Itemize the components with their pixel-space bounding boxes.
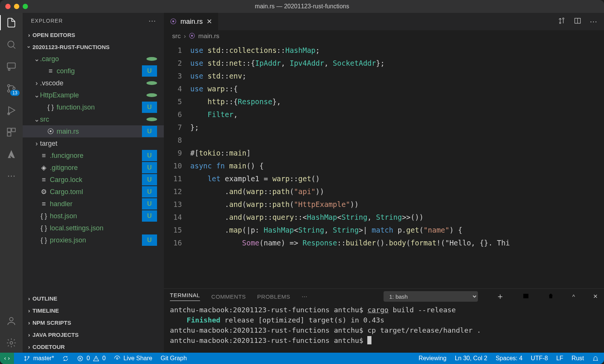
file-tree: ⌄.cargo≡configU›.vscode⌄HttpExample{ }fu… bbox=[23, 53, 164, 292]
liveshare-label: Live Share bbox=[123, 355, 153, 362]
editor-more-icon[interactable]: ⋯ bbox=[590, 17, 597, 26]
overflow-icon[interactable]: ⋯ bbox=[5, 170, 17, 182]
rust-file-icon: ⦿ bbox=[189, 32, 195, 40]
extensions-icon[interactable] bbox=[5, 126, 17, 138]
sidebar-title: EXPLORER bbox=[31, 18, 63, 24]
sidebar-more-icon[interactable]: ⋯ bbox=[148, 16, 156, 25]
tab-main-rs[interactable]: ⦿ main.rs ✕ bbox=[164, 13, 219, 30]
svg-point-27 bbox=[116, 358, 118, 359]
file-row[interactable]: { }local.settings.json bbox=[23, 222, 164, 234]
svg-point-6 bbox=[13, 87, 15, 89]
git-status-badge: U bbox=[142, 65, 157, 77]
file-row[interactable]: ≡.funcignoreU bbox=[23, 150, 164, 162]
section-outline[interactable]: ›OUTLINE bbox=[23, 292, 164, 304]
compare-changes-icon[interactable] bbox=[558, 17, 565, 26]
editor-area: ⦿ main.rs ✕ ⋯ src › ⦿ main.rs 1234567891… bbox=[164, 13, 604, 353]
section-npm[interactable]: ›NPM SCRIPTS bbox=[23, 316, 164, 329]
line-numbers: 12345678910111213141516 bbox=[164, 42, 190, 288]
problems-button[interactable]: 0 0 bbox=[77, 355, 106, 362]
panel-more-icon[interactable]: ⋯ bbox=[302, 293, 308, 300]
tree-item-label: HttpExample bbox=[40, 91, 79, 99]
source-control-icon[interactable]: 13 bbox=[5, 82, 17, 94]
settings-gear-icon[interactable] bbox=[5, 337, 17, 349]
tab-terminal[interactable]: TERMINAL bbox=[170, 292, 200, 301]
new-terminal-icon[interactable]: ＋ bbox=[496, 291, 504, 302]
split-terminal-icon[interactable] bbox=[522, 293, 529, 301]
minimize-window-icon[interactable] bbox=[14, 4, 19, 9]
folder-row[interactable]: ⌄.cargo bbox=[23, 53, 164, 65]
terminal-select[interactable]: 1: bash bbox=[384, 291, 478, 302]
titlebar: main.rs — 20201123-rust-functions bbox=[0, 0, 604, 13]
file-row[interactable]: ⚙Cargo.tomlU bbox=[23, 186, 164, 198]
language-mode-button[interactable]: Rust bbox=[572, 355, 584, 362]
file-row[interactable]: { }host.jsonU bbox=[23, 210, 164, 222]
section-timeline[interactable]: ›TIMELINE bbox=[23, 304, 164, 316]
chevron-right-icon: › bbox=[33, 79, 40, 87]
breadcrumb-src[interactable]: src bbox=[172, 32, 181, 40]
cursor-position-button[interactable]: Ln 30, Col 2 bbox=[455, 355, 487, 362]
account-icon[interactable] bbox=[5, 315, 17, 327]
reviewing-button[interactable]: Reviewing bbox=[419, 355, 447, 362]
file-row[interactable]: ⦿main.rsU bbox=[23, 125, 164, 137]
code-content[interactable]: use std::collections::HashMap; use std::… bbox=[190, 42, 604, 288]
terminal[interactable]: antchu-macbook:20201123-rust-functions a… bbox=[164, 304, 604, 353]
encoding-button[interactable]: UTF-8 bbox=[531, 355, 548, 362]
tab-close-icon[interactable]: ✕ bbox=[206, 17, 212, 26]
section-open-editors[interactable]: ›OPEN EDITORS bbox=[23, 29, 164, 41]
close-window-icon[interactable] bbox=[5, 4, 11, 9]
tree-item-label: target bbox=[40, 140, 57, 148]
status-bar: master* 0 0 Live Share Git Graph Reviewi… bbox=[0, 353, 604, 364]
section-java-label: JAVA PROJECTS bbox=[32, 332, 79, 338]
file-row[interactable]: ≡configU bbox=[23, 65, 164, 77]
remote-explorer-icon[interactable] bbox=[5, 60, 17, 72]
search-icon[interactable] bbox=[5, 39, 17, 51]
breadcrumb-file[interactable]: main.rs bbox=[198, 32, 219, 40]
notifications-icon[interactable] bbox=[592, 355, 599, 362]
git-status-badge: U bbox=[142, 150, 157, 161]
gitgraph-label: Git Graph bbox=[160, 355, 186, 362]
tab-label: main.rs bbox=[180, 18, 203, 26]
tab-comments[interactable]: COMMENTS bbox=[211, 293, 246, 300]
folder-row[interactable]: ⌄HttpExample bbox=[23, 89, 164, 101]
indentation-button[interactable]: Spaces: 4 bbox=[496, 355, 522, 362]
editor-actions: ⋯ bbox=[558, 13, 604, 30]
sync-button[interactable] bbox=[62, 355, 69, 362]
code-editor[interactable]: 12345678910111213141516 use std::collect… bbox=[164, 42, 604, 288]
section-codetour[interactable]: ›CODETOUR bbox=[23, 341, 164, 353]
tab-problems[interactable]: PROBLEMS bbox=[257, 293, 290, 300]
section-java[interactable]: ›JAVA PROJECTS bbox=[23, 329, 164, 341]
section-timeline-label: TIMELINE bbox=[32, 307, 59, 314]
run-debug-icon[interactable] bbox=[5, 104, 17, 116]
activity-bar: 13 ⋯ bbox=[0, 13, 23, 353]
eol-button[interactable]: LF bbox=[556, 355, 563, 362]
svg-point-4 bbox=[8, 85, 10, 87]
file-row[interactable]: ≡Cargo.lockU bbox=[23, 174, 164, 186]
liveshare-button[interactable]: Live Share bbox=[114, 355, 153, 362]
chevron-down-icon: ⌄ bbox=[33, 115, 40, 123]
maximize-panel-icon[interactable]: ^ bbox=[572, 293, 575, 300]
kill-terminal-icon[interactable] bbox=[547, 293, 554, 301]
git-branch-button[interactable]: master* bbox=[24, 355, 54, 362]
maximize-window-icon[interactable] bbox=[23, 4, 28, 9]
tree-item-label: .funcignore bbox=[50, 152, 83, 160]
svg-point-22 bbox=[28, 356, 29, 357]
close-panel-icon[interactable]: ✕ bbox=[593, 293, 598, 300]
breadcrumb[interactable]: src › ⦿ main.rs bbox=[164, 30, 604, 42]
panel-tabs: TERMINAL COMMENTS PROBLEMS ⋯ 1: bash ＋ ^… bbox=[164, 289, 604, 304]
folder-row[interactable]: ›target bbox=[23, 137, 164, 150]
file-row[interactable]: { }function.jsonU bbox=[23, 101, 164, 113]
explorer-icon[interactable] bbox=[5, 17, 17, 29]
split-editor-icon[interactable] bbox=[574, 17, 581, 26]
azure-icon[interactable] bbox=[5, 148, 17, 160]
folder-row[interactable]: ⌄src bbox=[23, 113, 164, 125]
file-row[interactable]: { }proxies.jsonU bbox=[23, 234, 164, 246]
git-status-badge: U bbox=[142, 162, 157, 173]
file-row[interactable]: ≡handlerU bbox=[23, 198, 164, 210]
section-outline-label: OUTLINE bbox=[32, 295, 57, 302]
file-row[interactable]: ◈.gitignoreU bbox=[23, 162, 164, 174]
gitgraph-button[interactable]: Git Graph bbox=[160, 355, 186, 362]
section-project[interactable]: ›20201123-RUST-FUNCTIONS bbox=[23, 41, 164, 53]
remote-indicator[interactable] bbox=[0, 353, 14, 364]
folder-row[interactable]: ›.vscode bbox=[23, 77, 164, 89]
svg-line-1 bbox=[13, 46, 15, 48]
